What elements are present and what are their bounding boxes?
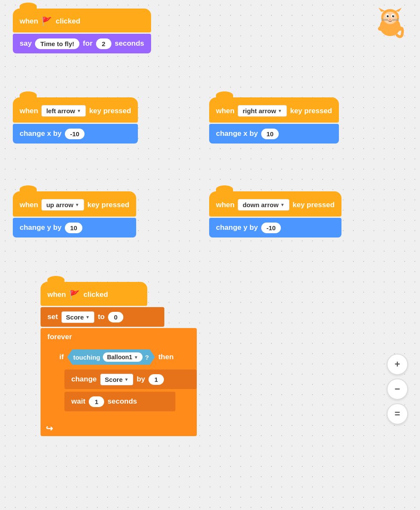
change-val[interactable]: 1 [149,374,164,385]
for-label: for [83,39,93,48]
score-init-value[interactable]: 0 [108,312,123,322]
pos10-value[interactable]: 10 [261,129,279,139]
up-arrow-dropdown[interactable]: up arrow ▼ [41,199,84,211]
say-block[interactable]: say Time to fly! for 2 seconds [13,34,151,53]
group-score-forever: when 🚩 clicked set Score ▼ to 0 forever [41,282,197,436]
set-label: set [47,313,58,321]
change-score-block[interactable]: change Score ▼ by 1 [64,369,197,389]
when-label-6: when [47,290,66,299]
change-label: change [71,375,97,384]
zoom-in-icon: + [395,359,400,370]
say-label: say [20,39,32,48]
change-x-label: change x by [20,129,61,138]
question-mark: ? [145,354,149,361]
left-arrow-dropdown[interactable]: left arrow ▼ [41,105,85,117]
key-pressed-label2: key pressed [290,107,332,115]
touching-label: touching [73,354,100,361]
hat-up-arrow[interactable]: when up arrow ▼ key pressed [13,191,136,217]
clicked-label: clicked [55,17,80,26]
score-change-arrow: ▼ [124,377,128,382]
change-x-neg10[interactable]: change x by -10 [13,124,138,144]
right-arrow-dropdown[interactable]: right arrow ▼ [238,105,286,117]
touching-condition[interactable]: touching Balloon1 ▼ ? [67,349,155,365]
when-label: when [20,17,38,26]
hat-right-arrow[interactable]: when right arrow ▼ key pressed [209,97,339,123]
if-block: if touching Balloon1 ▼ ? then [52,346,197,419]
dropdown-arrow-icon4: ▼ [280,202,285,207]
when-label-3: when [216,107,234,115]
when-label-4: when [20,201,38,209]
zoom-out-icon: − [395,384,400,395]
dropdown-arrow-icon3: ▼ [75,202,79,207]
scratch-cat-logo [373,8,407,38]
score-change-dropdown[interactable]: Score ▼ [100,374,134,385]
key-pressed-label4: key pressed [293,201,335,209]
green-flag-icon: 🚩 [41,16,52,26]
neg10-value[interactable]: -10 [65,129,85,139]
group-down-arrow: when down arrow ▼ key pressed change y b… [209,191,341,237]
wait-block[interactable]: wait 1 seconds [64,392,175,411]
dropdown-arrow-icon: ▼ [77,108,81,113]
down-arrow-dropdown[interactable]: down arrow ▼ [238,199,289,211]
group-right-arrow: when right arrow ▼ key pressed change x … [209,97,339,144]
wait-val[interactable]: 1 [89,396,104,407]
change-y-10[interactable]: change y by 10 [13,218,136,237]
zoom-reset-button[interactable]: = [387,403,408,425]
forever-label: forever [47,333,72,341]
by-label: by [137,375,145,384]
wait-label: wait [71,397,85,406]
score-dropdown[interactable]: Score ▼ [61,311,95,323]
group-left-arrow: when left arrow ▼ key pressed change x b… [13,97,138,144]
change-y-label2: change y by [216,223,258,232]
group-when-clicked: when 🚩 clicked say Time to fly! for 2 se… [13,9,151,53]
svg-marker-3 [395,8,402,12]
seconds-label: seconds [115,39,144,48]
hat-when-clicked[interactable]: when 🚩 clicked [13,9,151,32]
svg-point-11 [389,19,391,20]
say-value[interactable]: Time to fly! [35,38,79,49]
svg-point-10 [393,15,394,16]
y-neg10-value[interactable]: -10 [261,223,281,233]
when-label-5: when [216,201,234,209]
clicked-label-2: clicked [83,290,108,299]
balloon-dropdown[interactable]: Balloon1 ▼ [103,352,143,362]
score-dropdown-arrow: ▼ [85,315,90,319]
to-label: to [98,313,105,321]
green-flag-icon2: 🚩 [69,290,80,300]
svg-point-8 [392,15,394,18]
forever-block: forever if touching Balloon1 ▼ [41,328,197,436]
seconds-value[interactable]: 2 [96,38,111,49]
y-10-value[interactable]: 10 [65,223,82,233]
scratch-canvas: when 🚩 clicked say Time to fly! for 2 se… [0,0,420,510]
if-header[interactable]: if touching Balloon1 ▼ ? then [52,346,197,368]
if-label: if [59,353,64,361]
change-x-label2: change x by [216,129,258,138]
then-label: then [158,353,174,361]
svg-point-7 [387,15,389,18]
change-x-10[interactable]: change x by 10 [209,124,339,144]
forever-header[interactable]: forever [41,328,197,346]
balloon-dropdown-arrow: ▼ [134,355,138,360]
if-footer [52,413,197,419]
zoom-reset-icon: = [395,408,400,419]
hat-when-clicked-2[interactable]: when 🚩 clicked [41,282,147,306]
zoom-controls: + − = [387,354,408,425]
zoom-in-button[interactable]: + [387,354,408,375]
hat-down-arrow[interactable]: when down arrow ▼ key pressed [209,191,341,217]
if-body: change Score ▼ by 1 wait 1 s [64,368,197,413]
svg-point-9 [388,15,388,16]
loop-arrow-icon: ↩ [46,423,53,434]
hat-left-arrow[interactable]: when left arrow ▼ key pressed [13,97,138,123]
set-score-block[interactable]: set Score ▼ to 0 [41,307,164,327]
key-pressed-label: key pressed [89,107,131,115]
dropdown-arrow-icon2: ▼ [278,108,282,113]
svg-marker-2 [379,8,385,12]
svg-point-4 [383,12,397,24]
zoom-out-button[interactable]: − [387,378,408,400]
forever-footer: ↩ [41,421,197,436]
when-label-2: when [20,107,38,115]
wait-seconds-label: seconds [108,397,137,406]
key-pressed-label3: key pressed [88,201,129,209]
change-y-neg10[interactable]: change y by -10 [209,218,341,237]
forever-body: if touching Balloon1 ▼ ? then [52,346,197,421]
